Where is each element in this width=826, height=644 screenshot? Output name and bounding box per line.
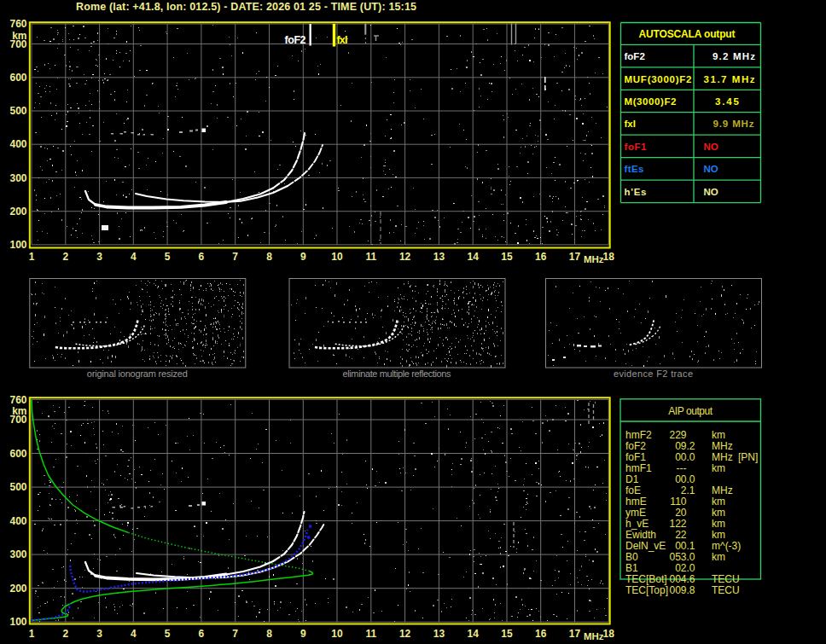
svg-text:AUTOSCALA output: AUTOSCALA output bbox=[639, 28, 736, 40]
svg-text:Rome (lat: +41.8, lon: 012.5): Rome (lat: +41.8, lon: 012.5) - DATE: 20… bbox=[76, 1, 416, 13]
svg-text:14: 14 bbox=[468, 628, 480, 640]
svg-text:5: 5 bbox=[165, 251, 171, 263]
svg-text:16: 16 bbox=[535, 251, 547, 263]
svg-text:foF1: foF1 bbox=[625, 451, 646, 463]
svg-text:foF2: foF2 bbox=[285, 34, 306, 46]
svg-text:11: 11 bbox=[365, 251, 376, 263]
svg-text:600: 600 bbox=[9, 448, 26, 460]
svg-text:MHz: MHz bbox=[584, 631, 604, 641]
svg-text:km: km bbox=[712, 529, 725, 541]
svg-text:B1: B1 bbox=[625, 562, 638, 574]
svg-text:122: 122 bbox=[669, 518, 686, 530]
svg-text:18: 18 bbox=[603, 628, 615, 640]
svg-text:hmF2: hmF2 bbox=[625, 429, 652, 441]
svg-text:31.7 MHz: 31.7 MHz bbox=[704, 74, 755, 84]
svg-text:00: 00 bbox=[675, 451, 687, 463]
svg-text:km: km bbox=[712, 429, 725, 441]
svg-text:004: 004 bbox=[669, 573, 686, 585]
svg-text:12: 12 bbox=[399, 628, 411, 640]
svg-text:km: km bbox=[12, 405, 26, 417]
svg-text:600: 600 bbox=[9, 72, 26, 84]
svg-text:Ewidth: Ewidth bbox=[625, 529, 656, 541]
svg-text:5: 5 bbox=[165, 628, 171, 640]
svg-text:9: 9 bbox=[300, 251, 306, 263]
svg-text:ymE: ymE bbox=[625, 507, 646, 519]
svg-text:foF2: foF2 bbox=[625, 51, 645, 61]
svg-text:1: 1 bbox=[29, 628, 35, 640]
svg-text:500: 500 bbox=[9, 105, 26, 117]
svg-text:km: km bbox=[712, 507, 725, 519]
svg-text:km: km bbox=[712, 551, 725, 563]
svg-text:.0: .0 bbox=[687, 551, 695, 563]
svg-text:3.45: 3.45 bbox=[715, 96, 740, 107]
svg-text:D1: D1 bbox=[625, 473, 639, 485]
svg-text:4: 4 bbox=[131, 251, 137, 263]
svg-text:.6: .6 bbox=[687, 573, 695, 585]
svg-text:10: 10 bbox=[331, 251, 343, 263]
svg-text:NO: NO bbox=[704, 164, 718, 174]
svg-text:h_vE: h_vE bbox=[625, 518, 649, 530]
svg-text:4: 4 bbox=[131, 628, 137, 640]
svg-text:2: 2 bbox=[62, 251, 68, 263]
svg-text:MHz: MHz bbox=[712, 440, 733, 452]
svg-text:09: 09 bbox=[675, 440, 687, 452]
svg-text:760: 760 bbox=[9, 394, 26, 406]
svg-text:13: 13 bbox=[433, 251, 445, 263]
svg-text:.2: .2 bbox=[687, 440, 695, 452]
svg-text:200: 200 bbox=[9, 206, 26, 218]
svg-text:MUF(3000)F2: MUF(3000)F2 bbox=[625, 74, 692, 84]
svg-text:00: 00 bbox=[675, 540, 687, 552]
svg-text:100: 100 bbox=[9, 239, 26, 251]
svg-text:hmE: hmE bbox=[625, 496, 647, 508]
svg-text:DelN_vE: DelN_vE bbox=[625, 540, 666, 552]
svg-text:TECU: TECU bbox=[712, 573, 740, 585]
svg-text:7: 7 bbox=[232, 628, 238, 640]
svg-text:00: 00 bbox=[675, 473, 687, 485]
svg-text:fxI: fxI bbox=[337, 34, 348, 46]
svg-text:6: 6 bbox=[199, 628, 205, 640]
svg-text:.0: .0 bbox=[687, 451, 695, 463]
svg-text:053: 053 bbox=[669, 551, 686, 563]
svg-text:MHz: MHz bbox=[712, 451, 733, 463]
svg-text:evidence F2 trace: evidence F2 trace bbox=[614, 368, 693, 379]
svg-text:8: 8 bbox=[266, 251, 272, 263]
svg-text:110: 110 bbox=[670, 496, 686, 508]
svg-text:16: 16 bbox=[535, 628, 547, 640]
svg-text:MHz: MHz bbox=[584, 254, 604, 264]
svg-text:hmF1: hmF1 bbox=[625, 462, 652, 474]
svg-text:2: 2 bbox=[62, 628, 68, 640]
svg-text:.1: .1 bbox=[687, 540, 695, 552]
svg-text:B0: B0 bbox=[625, 551, 638, 563]
svg-text:km: km bbox=[712, 462, 725, 474]
svg-text:9.2 MHz: 9.2 MHz bbox=[713, 51, 755, 61]
svg-text:15: 15 bbox=[501, 628, 513, 640]
svg-text:TEC[Bot]: TEC[Bot] bbox=[625, 573, 667, 585]
svg-text:TECU: TECU bbox=[712, 584, 740, 596]
svg-text:eliminate multiple reflections: eliminate multiple reflections bbox=[343, 368, 452, 379]
svg-text:9: 9 bbox=[300, 628, 306, 640]
svg-text:foF1: foF1 bbox=[625, 142, 648, 152]
svg-text:10: 10 bbox=[331, 628, 343, 640]
svg-text:TEC[Top]: TEC[Top] bbox=[625, 584, 668, 596]
svg-text:km: km bbox=[12, 30, 26, 42]
svg-text:3: 3 bbox=[96, 251, 102, 263]
svg-text:ftEs: ftEs bbox=[625, 164, 644, 174]
svg-text:300: 300 bbox=[9, 548, 26, 560]
svg-text:NO: NO bbox=[704, 187, 718, 197]
svg-text:13: 13 bbox=[433, 628, 445, 640]
svg-text:---: --- bbox=[677, 462, 687, 474]
svg-text:7: 7 bbox=[232, 251, 238, 263]
svg-text:.1: .1 bbox=[687, 484, 695, 496]
svg-text:foF2: foF2 bbox=[625, 440, 646, 452]
svg-text:300: 300 bbox=[9, 172, 26, 184]
svg-text:11: 11 bbox=[365, 628, 376, 640]
svg-text:.8: .8 bbox=[687, 584, 695, 596]
svg-text:02: 02 bbox=[675, 562, 687, 574]
svg-text:6: 6 bbox=[199, 251, 205, 263]
svg-text:.0: .0 bbox=[687, 562, 695, 574]
svg-text:h'Es: h'Es bbox=[625, 187, 647, 197]
svg-text:foE: foE bbox=[625, 484, 641, 496]
svg-text:AIP output: AIP output bbox=[668, 405, 713, 417]
svg-text:20: 20 bbox=[675, 507, 687, 519]
svg-text:8: 8 bbox=[266, 628, 272, 640]
